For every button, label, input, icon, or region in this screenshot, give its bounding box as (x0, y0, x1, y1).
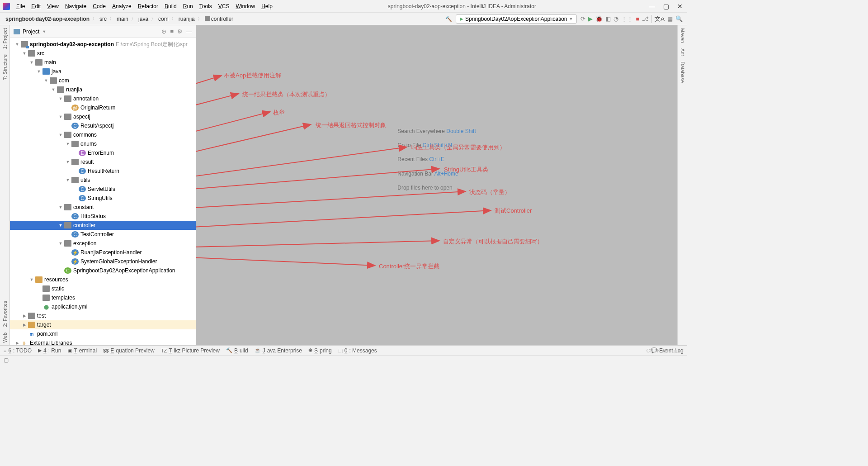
close-button[interactable]: ✕ (677, 3, 683, 10)
tree-node-springbootday02aopexceptionapplication[interactable]: CSpringbootDay02AopExceptionApplication (10, 266, 196, 275)
status-icon[interactable]: ▢ (4, 357, 9, 363)
menu-item-navigate[interactable]: Navigate (62, 2, 89, 10)
tree-node-ruanjia[interactable]: ruanjia (10, 85, 196, 94)
tree-node-test[interactable]: test (10, 311, 196, 320)
status-item-spring[interactable]: ❀Spring (308, 347, 332, 354)
tree-arrow[interactable] (50, 87, 57, 92)
tree-node-stringutils[interactable]: CStringUtils (10, 194, 196, 203)
coverage-icon[interactable]: ◧ (605, 15, 611, 22)
status-item-4run[interactable]: ▶4: Run (38, 347, 61, 354)
tree-node-controller[interactable]: controller (10, 221, 196, 230)
main-menu[interactable]: FileEditViewNavigateCodeAnalyzeRefactorB… (14, 2, 275, 10)
tree-arrow[interactable] (57, 96, 64, 101)
tree-arrow[interactable] (57, 114, 64, 119)
status-item-6todo[interactable]: ≡6: TODO (4, 347, 32, 354)
reload-icon[interactable]: ⟳ (580, 15, 585, 22)
gear-icon[interactable]: ⚙ (177, 28, 183, 35)
tree-node-target[interactable]: target (10, 320, 196, 329)
gutter-database[interactable]: Database (679, 59, 686, 86)
tree-node-aspectj[interactable]: aspectj (10, 112, 196, 121)
debug-icon[interactable]: 🐞 (595, 15, 603, 22)
crumb-3[interactable]: java (137, 16, 149, 22)
tree-node-resultaspectj[interactable]: CResultAspectj (10, 121, 196, 130)
tree-node-pom-xml[interactable]: mpom.xml (10, 329, 196, 338)
tree-node-httpstatus[interactable]: CHttpStatus (10, 212, 196, 221)
build-icon[interactable]: 🔨 (445, 16, 452, 22)
tree-arrow[interactable] (57, 205, 64, 209)
project-tree[interactable]: springboot-day02-aop-exceptionE:\cms\Spr… (10, 38, 196, 345)
gutter-favorites[interactable]: 2: Favorites (1, 298, 9, 329)
crumb-0[interactable]: springboot-day02-aop-exception (5, 16, 90, 22)
tree-arrow[interactable] (28, 60, 35, 65)
tree-arrow[interactable] (28, 277, 35, 282)
translate-icon[interactable]: 文A (651, 15, 665, 23)
menu-item-code[interactable]: Code (90, 2, 108, 10)
tree-arrow[interactable] (57, 223, 64, 228)
tree-node-static[interactable]: static (10, 284, 196, 293)
tree-node-application-yml[interactable]: ⬤application.yml (10, 302, 196, 311)
tree-arrow[interactable] (64, 178, 71, 182)
menu-item-view[interactable]: View (44, 2, 61, 10)
menu-item-help[interactable]: Help (259, 2, 275, 10)
tree-node-external-libraries[interactable]: ⊪External Libraries (10, 338, 196, 345)
menu-item-file[interactable]: File (14, 2, 28, 10)
tree-node-com[interactable]: com (10, 76, 196, 85)
tree-node-springboot-day02-aop-exception[interactable]: springboot-day02-aop-exceptionE:\cms\Spr… (10, 40, 196, 49)
run-icon[interactable]: ▶ (588, 15, 593, 22)
crumb-4[interactable]: com (157, 16, 170, 22)
gutter-web[interactable]: Web (1, 330, 9, 345)
gutter-maven[interactable]: Maven (679, 25, 686, 46)
menu-item-edit[interactable]: Edit (28, 2, 43, 10)
tree-node-result[interactable]: result (10, 157, 196, 166)
crumb-1[interactable]: src (99, 16, 108, 22)
tree-node-servletutils[interactable]: CServletUtils (10, 185, 196, 194)
tree-node-resultreturn[interactable]: CResultReturn (10, 166, 196, 176)
stop-icon[interactable]: ■ (636, 15, 639, 22)
tree-node-main[interactable]: main (10, 58, 196, 67)
minimize-button[interactable]: — (649, 3, 655, 10)
status-item-build[interactable]: 🔨Build (226, 347, 248, 354)
tree-node-templates[interactable]: templates (10, 293, 196, 302)
maximize-button[interactable]: ▢ (663, 3, 669, 10)
menu-item-refactor[interactable]: Refactor (135, 2, 161, 10)
chevron-down-icon[interactable]: ▼ (42, 29, 46, 34)
gutter-structure[interactable]: 7: Structure (1, 52, 9, 83)
tree-arrow[interactable] (64, 142, 71, 146)
status-item-tikzpicturepreview[interactable]: TZTikz Picture Preview (161, 347, 220, 354)
select-opened-icon[interactable]: ⊕ (161, 28, 166, 35)
menu-item-tools[interactable]: Tools (197, 2, 215, 10)
tree-node-java[interactable]: java (10, 67, 196, 76)
menu-item-run[interactable]: Run (180, 2, 196, 10)
tree-node-annotation[interactable]: annotation (10, 94, 196, 103)
tree-node-exception[interactable]: exception (10, 239, 196, 248)
gutter-project[interactable]: 1: Project (1, 25, 9, 52)
collapse-panel-icon[interactable]: — (186, 28, 192, 35)
tree-node-commons[interactable]: commons (10, 130, 196, 139)
layout-icon[interactable]: ▤ (667, 15, 673, 22)
search-icon[interactable]: 🔍 (675, 15, 683, 22)
tree-node-constant[interactable]: constant (10, 203, 196, 212)
tree-node-errorenum[interactable]: EErrorEnum (10, 148, 196, 157)
menu-item-vcs[interactable]: VCS (216, 2, 232, 10)
tree-node-systemglobalexceptionhandler[interactable]: ⚡SystemGlobalExceptionHandler (10, 257, 196, 266)
status-item-equationpreview[interactable]: $$Equation Preview (103, 347, 155, 354)
concurrency-icon[interactable]: ⋮⋮ (621, 15, 633, 22)
tree-node-utils[interactable]: utils (10, 176, 196, 185)
status-item-terminal[interactable]: ▣Terminal (67, 347, 97, 354)
tree-arrow[interactable] (21, 51, 28, 56)
tree-arrow[interactable] (57, 241, 64, 246)
tree-arrow[interactable] (57, 133, 64, 137)
breadcrumb[interactable]: springboot-day02-aop-exception〉src〉main〉… (5, 16, 234, 22)
tree-node-resources[interactable]: resources (10, 275, 196, 284)
menu-item-analyze[interactable]: Analyze (109, 2, 134, 10)
gutter-ant[interactable]: Ant (679, 46, 686, 59)
tree-arrow[interactable] (21, 314, 28, 318)
profile-icon[interactable]: ◔ (613, 15, 618, 22)
crumb-2[interactable]: main (116, 16, 129, 22)
git-icon[interactable]: ⎇ (642, 15, 649, 22)
tree-arrow[interactable] (21, 323, 28, 327)
crumb-6[interactable]: controller (204, 16, 234, 22)
tree-arrow[interactable] (64, 160, 71, 164)
crumb-5[interactable]: ruanjia (178, 16, 196, 22)
menu-item-window[interactable]: Window (233, 2, 258, 10)
